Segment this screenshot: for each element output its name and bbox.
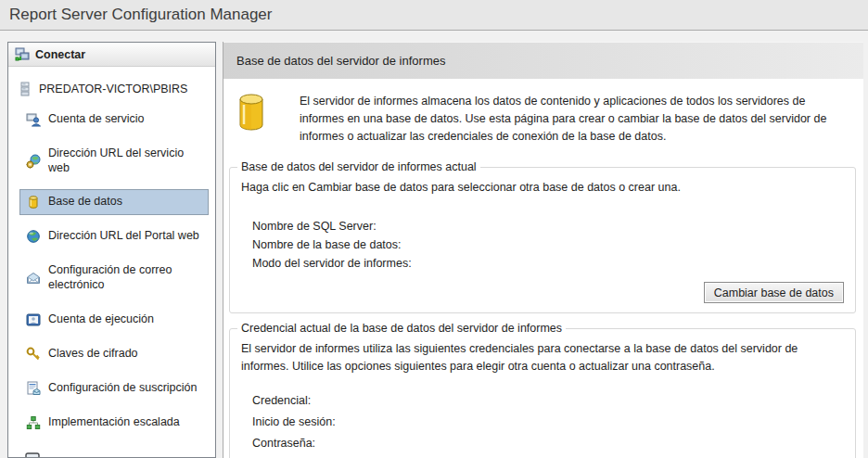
sidebar-item-portal-url[interactable]: Dirección URL del Portal web [19,223,209,249]
execution-account-icon [26,312,41,327]
credential-row: Credencial: [252,390,844,412]
server-name-label: PREDATOR-VICTOR\PBIRS [39,83,187,95]
sidebar-item-email-config[interactable]: Configuración de correo electrónico [19,258,209,298]
email-icon [26,271,41,286]
sidebar-item-label: Implementación escalada [48,415,180,430]
sidebar: Conectar PREDATOR-VICTOR\PBIRS Cuenta de… [7,42,216,458]
service-account-icon [26,112,41,127]
server-icon [18,82,32,96]
change-database-button[interactable]: Cambiar base de datos [704,282,844,303]
login-label: Inicio de sesión: [252,415,336,428]
credential-fields: Credencial: Inicio de sesión: Contraseña… [252,390,844,454]
sidebar-item-server[interactable]: PREDATOR-VICTOR\PBIRS [8,67,215,98]
sidebar-item-subscription-settings[interactable]: Configuración de suscripción [19,375,209,401]
sql-server-name-label: Nombre de SQL Server: [252,220,377,233]
portal-url-icon [26,229,41,244]
window-title: Report Server Configuration Manager [9,6,272,24]
database-icon [26,195,41,210]
sidebar-nav: Cuenta de servicio Dirección URL del ser… [8,107,215,458]
connect-label: Conectar [35,48,85,61]
credential-groupbox: Credencial actual de la base de datos de… [229,328,856,458]
intro-section: El servidor de informes almacena los dat… [223,79,863,152]
login-row: Inicio de sesión: [252,412,844,433]
scale-out-icon [26,415,41,430]
sidebar-item-web-service-url[interactable]: Dirección URL del servicio web [19,141,209,181]
password-label: Contraseña: [252,437,315,450]
sql-server-name-row: Nombre de SQL Server: [252,217,844,235]
web-service-url-icon [26,154,41,169]
password-row: Contraseña: [252,433,844,454]
database-name-label: Nombre de la base de datos: [252,238,402,251]
credential-description: El servidor de informes utiliza las sigu… [241,340,835,375]
subscription-icon [26,381,41,396]
sidebar-item-scale-out[interactable]: Implementación escalada [19,410,209,436]
current-database-groupbox: Base de datos del servidor de informes a… [229,167,856,313]
sidebar-item-execution-account[interactable]: Cuenta de ejecución [19,307,209,333]
database-name-row: Nombre de la base de datos: [252,235,844,254]
encryption-keys-icon [26,347,41,362]
sidebar-item-label: Configuración de correo electrónico [48,263,202,292]
sidebar-item-database[interactable]: Base de datos [19,189,209,215]
sidebar-item-encryption-keys[interactable]: Claves de cifrado [19,341,209,367]
database-large-icon [236,93,266,132]
main-panel: Base de datos del servidor de informes E… [223,42,863,458]
sidebar-item-label: Claves de cifrado [48,347,138,362]
connect-header[interactable]: Conectar [8,43,215,67]
sidebar-item-service-account[interactable]: Cuenta de servicio [19,107,209,133]
current-database-group-title: Base de datos del servidor de informes a… [237,160,480,173]
connect-icon [15,47,30,62]
server-mode-row: Modo del servidor de informes: [252,254,844,273]
server-mode-label: Modo del servidor de informes: [252,257,412,270]
sidebar-item-label: Cuenta de servicio [48,112,145,127]
sidebar-item-label: Base de datos [48,195,122,210]
sidebar-item-label: Cuenta de ejecución [48,312,154,327]
partial-item-icon [25,452,40,458]
credential-label: Credencial: [252,394,311,407]
sidebar-item-label: Configuración de suscripción [48,381,198,396]
page-title: Base de datos del servidor de informes [236,54,445,68]
current-database-fields: Nombre de SQL Server: Nombre de la base … [252,217,844,273]
sidebar-item-label: Dirección URL del Portal web [48,229,199,244]
window-titlebar: Report Server Configuration Manager [0,0,868,31]
intro-text: El servidor de informes almacena los dat… [300,93,845,145]
current-database-description: Haga clic en Cambiar base de datos para … [241,179,835,197]
page-title-band: Base de datos del servidor de informes [223,42,863,79]
sidebar-item-partial[interactable] [19,445,209,458]
credential-group-title: Credencial actual de la base de datos de… [237,322,566,335]
sidebar-item-label: Dirección URL del servicio web [48,146,202,175]
